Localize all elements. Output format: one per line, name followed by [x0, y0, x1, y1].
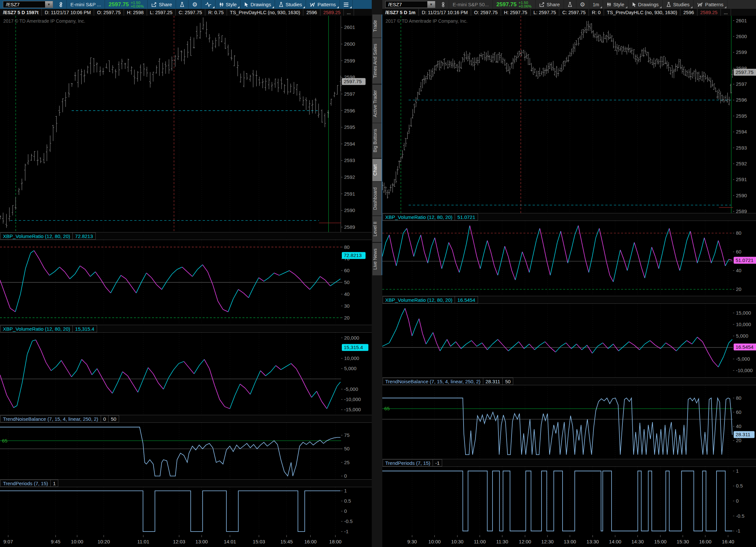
symbol-dropdown[interactable]: /ESZ7 ▼	[385, 1, 435, 8]
study-value: -1	[433, 459, 442, 466]
link-charts-button[interactable]	[55, 0, 67, 9]
dropdown-corner	[337, 6, 339, 8]
study-name[interactable]: TrendPeriods (7, 15)	[0, 480, 51, 487]
svg-text:14:30: 14:30	[631, 539, 644, 544]
svg-text:16:40: 16:40	[722, 539, 734, 544]
drawings-button[interactable]: Drawings	[628, 0, 663, 9]
studies-label: Studies	[673, 2, 690, 7]
sidebar-tab[interactable]: Live News	[372, 243, 382, 275]
dropdown-corner	[724, 6, 726, 8]
header-cell: D: 11/21/17 10:16 PM	[419, 9, 471, 16]
study-value: 0	[101, 415, 109, 422]
study-name[interactable]: TrendPeriods (7, 15)	[383, 459, 433, 466]
svg-text:-0.5: -0.5	[344, 518, 353, 524]
style-button[interactable]: Style	[603, 0, 628, 9]
analyze-button[interactable]	[564, 0, 576, 9]
patterns-button[interactable]: Patterns	[306, 0, 340, 9]
svg-text:60: 60	[736, 249, 742, 255]
drawings-button[interactable]: Drawings	[240, 0, 275, 9]
chart-mode-button[interactable]	[201, 0, 215, 9]
trendnoisebalance-pane-left[interactable]: 755025065	[0, 423, 372, 479]
study-label-row: TrendNoiseBalance (7, 15, 4, linear, 250…	[0, 415, 372, 423]
studies-button[interactable]: Studies	[663, 0, 693, 9]
time-axis-left[interactable]: 9:079:4510:0010:2011:0112:0313:0014:0115…	[0, 535, 372, 547]
trendperiods-pane-left[interactable]: 10.50-0.5-1	[0, 487, 372, 535]
svg-text:2589: 2589	[344, 224, 355, 230]
link-charts-button[interactable]	[438, 0, 449, 9]
svg-text:12:03: 12:03	[173, 539, 186, 544]
share-icon	[539, 2, 545, 7]
settings-button[interactable]: ⚙	[189, 0, 201, 9]
study-value: 28.311	[483, 378, 503, 385]
study-value: 16.5454	[455, 296, 478, 303]
sidebar-tab[interactable]: Chart	[372, 159, 382, 181]
trendperiods-pane-right[interactable]: 10.50-0.5-1	[382, 467, 756, 535]
symbol-value[interactable]: /ESZ7	[3, 1, 45, 8]
timeframe-button[interactable]: 1m	[589, 0, 603, 9]
patterns-button[interactable]: Patterns	[693, 0, 727, 9]
gadget-sidebar: TradeTimes And SalesActive TraderBig But…	[372, 0, 382, 547]
cursor-icon	[244, 2, 248, 7]
svg-text:-10,000: -10,000	[736, 367, 753, 373]
main-price-chart-right[interactable]: 2017 © TD Ameritrade IP Company, Inc. 26…	[382, 16, 756, 213]
svg-text:2590: 2590	[344, 208, 355, 213]
header-cell: O: 2597.75	[94, 9, 124, 16]
svg-text:15,000: 15,000	[736, 310, 751, 315]
study-name[interactable]: XBP_VolumeRatio (12, 80, 20)	[383, 296, 455, 303]
header-cell: R: 0.75	[205, 9, 227, 16]
sidebar-tab[interactable]: Level II	[372, 216, 382, 242]
svg-text:12:30: 12:30	[541, 539, 554, 544]
study-label-row: XBP_VolumeRatio (12, 80, 20) 15,315.4	[0, 325, 372, 333]
svg-text:72.8213: 72.8213	[344, 253, 362, 258]
study-name[interactable]: TrendNoiseBalance (7, 15, 4, linear, 250…	[383, 378, 483, 385]
svg-text:2593: 2593	[344, 158, 355, 163]
flask-icon	[180, 2, 185, 7]
xbp-volumeratio-pane-left-2[interactable]: 20,00010,0005,000-5,000-10,000-15,00015,…	[0, 333, 372, 415]
sidebar-tab[interactable]: Active Trader	[372, 85, 382, 123]
time-axis-right[interactable]: 9:3010:0010:3011:0011:3012:0012:3013:001…	[382, 535, 756, 547]
symbol-dropdown[interactable]: /ESZ7 ▼	[3, 1, 53, 8]
analyze-button[interactable]	[176, 0, 189, 9]
share-button[interactable]: Share	[536, 0, 564, 9]
study-name[interactable]: XBP_VolumeRatio (12, 80, 20)	[0, 233, 73, 240]
header-cell: L: 2597.75	[531, 9, 560, 16]
svg-text:25: 25	[344, 460, 350, 465]
svg-text:11:30: 11:30	[496, 539, 508, 544]
svg-text:12:00: 12:00	[519, 539, 531, 544]
sidebar-tab[interactable]: Dashboard	[372, 182, 382, 216]
candles-icon	[219, 2, 224, 7]
study-name[interactable]: XBP_VolumeRatio (12, 80, 20)	[383, 213, 455, 221]
studies-button[interactable]: Studies	[275, 0, 306, 9]
settings-button[interactable]: ⚙	[576, 0, 589, 9]
svg-text:30: 30	[344, 303, 350, 309]
trendnoisebalance-pane-right[interactable]: 806040206528.311	[382, 385, 756, 459]
header-cell: 2596	[303, 9, 320, 16]
xbp-volumeratio-pane-left-1[interactable]: 8070605040302072.8213	[0, 240, 372, 325]
sidebar-tab[interactable]: Trade	[372, 14, 382, 37]
symbol-dropdown-arrow[interactable]: ▼	[45, 1, 53, 8]
svg-text:2600: 2600	[344, 41, 355, 47]
xbp-volumeratio-pane-right-1[interactable]: 8060402051.0721	[382, 221, 756, 296]
patterns-label: Patterns	[705, 2, 723, 7]
svg-text:60: 60	[344, 268, 350, 273]
svg-text:20: 20	[736, 437, 742, 443]
sidebar-tab[interactable]: Big Buttons	[372, 123, 382, 158]
header-cell: 2589.25	[697, 9, 721, 16]
svg-text:40: 40	[344, 291, 350, 297]
study-name[interactable]: XBP_VolumeRatio (12, 80, 20)	[0, 325, 73, 332]
share-button[interactable]: Share	[148, 0, 176, 9]
study-name[interactable]: TrendNoiseBalance (7, 15, 4, linear, 250…	[0, 415, 101, 422]
symbol-dropdown-arrow[interactable]: ▼	[427, 1, 435, 8]
timeframe-label: 1m	[593, 2, 599, 7]
style-button[interactable]: Style	[215, 0, 240, 9]
symbol-value[interactable]: /ESZ7	[386, 1, 427, 8]
study-label-row: TrendNoiseBalance (7, 15, 4, linear, 250…	[382, 377, 756, 385]
svg-text:16.5454: 16.5454	[736, 344, 753, 350]
main-price-chart-left[interactable]: 2017 © TD Ameritrade IP Company, Inc. 26…	[0, 16, 372, 232]
header-cell: TS_PrevDayHLC (no, 930, 1630)	[227, 9, 304, 16]
sidebar-tab[interactable]: Times And Sales	[372, 38, 382, 84]
panel-menu-button[interactable]	[340, 0, 353, 9]
svg-text:1: 1	[344, 488, 347, 493]
dropdown-corner	[272, 6, 274, 8]
xbp-volumeratio-pane-right-2[interactable]: 15,00010,0005,000-5,000-10,00016.5454	[382, 304, 756, 377]
